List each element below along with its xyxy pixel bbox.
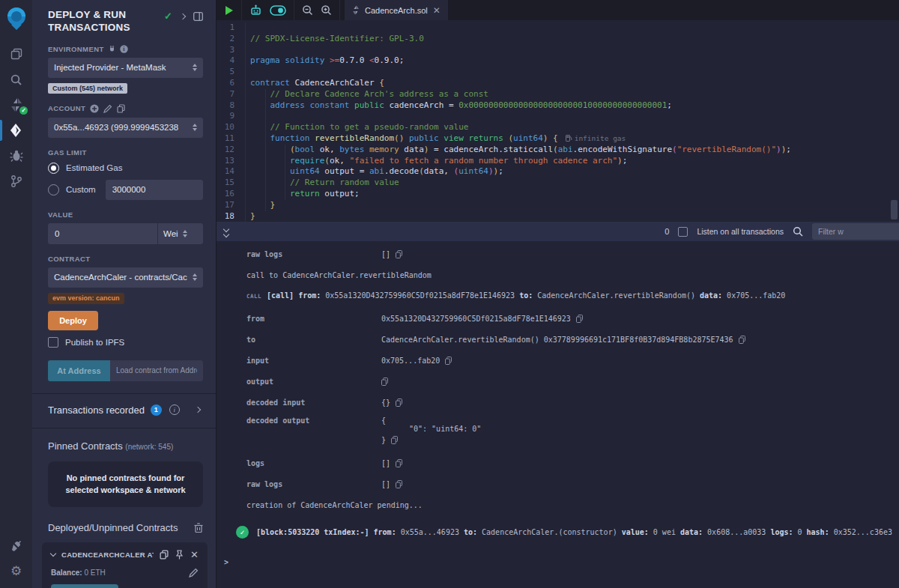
- terminal-output[interactable]: raw logs[] call to CadenceArchCaler.reve…: [217, 241, 899, 588]
- code-line[interactable]: 11 function revertibleRandom() public vi…: [217, 133, 899, 145]
- terminal-filter-input[interactable]: [812, 223, 899, 240]
- info-icon[interactable]: i: [169, 404, 180, 415]
- code-text: }: [245, 211, 255, 222]
- at-address-input[interactable]: [110, 360, 203, 381]
- sidebar-item-debugger[interactable]: [0, 143, 32, 169]
- sidebar-item-file-explorer[interactable]: [0, 41, 32, 67]
- code-line[interactable]: 2// SPDX-License-Identifier: GPL-3.0: [217, 34, 899, 45]
- terminal-collapse-icon[interactable]: [224, 227, 228, 237]
- sidebar-item-settings[interactable]: ⚙: [0, 558, 32, 584]
- trash-icon[interactable]: [194, 523, 203, 533]
- ai-assistant-robot-icon[interactable]: [249, 4, 262, 16]
- value-unit-select[interactable]: Wei: [158, 223, 203, 244]
- custom-gas-option[interactable]: Custom: [48, 180, 203, 200]
- add-account-icon[interactable]: [90, 104, 99, 113]
- code-line[interactable]: 10 // Function to get a pseudo-random va…: [217, 122, 899, 133]
- cadencearch-function-button[interactable]: cadenceArch: [51, 584, 118, 588]
- gas-estimate-annotation: infinite gas: [558, 134, 626, 142]
- zoom-out-icon[interactable]: [302, 4, 313, 16]
- line-number: 4: [217, 55, 245, 67]
- code-line[interactable]: 18}: [217, 211, 899, 222]
- line-number: 5: [217, 67, 245, 78]
- copy-icon[interactable]: [396, 398, 402, 407]
- zoom-in-icon[interactable]: [321, 4, 332, 16]
- code-text: function revertibleRandom() public view …: [245, 133, 626, 145]
- panel-forward-icon[interactable]: [180, 13, 186, 19]
- copy-icon[interactable]: [396, 459, 402, 467]
- copy-icon[interactable]: [576, 315, 583, 323]
- sidebar-item-deploy-run[interactable]: [0, 118, 32, 143]
- deployed-contract-name[interactable]: CADENCEARCHCALER AT 0): [61, 551, 154, 559]
- terminal-message: creation of CadenceArchCaler pending...: [246, 501, 899, 509]
- transactions-count-badge: 1: [151, 404, 162, 416]
- code-text: return output;: [245, 189, 360, 200]
- code-line[interactable]: 14 uint64 output = abi.decode(data, (uin…: [217, 166, 899, 178]
- code-line[interactable]: 9: [217, 111, 899, 122]
- copy-icon[interactable]: [391, 436, 398, 444]
- contract-select[interactable]: CadenceArchCaler - contracts/Cac: [48, 267, 203, 288]
- terminal-value: 0x705...fab20: [381, 357, 452, 365]
- copy-icon[interactable]: [396, 250, 402, 258]
- value-input[interactable]: [48, 223, 158, 244]
- copy-icon[interactable]: [445, 357, 452, 365]
- copy-account-icon[interactable]: [117, 104, 125, 113]
- code-line[interactable]: 5: [217, 67, 899, 78]
- publish-ipfs-option[interactable]: Publish to IPFS: [48, 337, 203, 348]
- sidebar-item-plugin-manager[interactable]: [0, 533, 32, 558]
- code-editor[interactable]: 1 2// SPDX-License-Identifier: GPL-3.03 …: [217, 20, 899, 222]
- code-line[interactable]: 12 (bool ok, bytes memory data) = cadenc…: [217, 145, 899, 156]
- code-text: // Function to get a pseudo-random value: [245, 122, 468, 133]
- account-select[interactable]: 0x55a...46923 (999.9999453238: [48, 118, 203, 138]
- at-address-button[interactable]: At Address: [48, 360, 110, 381]
- copy-icon[interactable]: [396, 480, 402, 488]
- code-line[interactable]: 8 address constant public cadenceArch = …: [217, 100, 899, 112]
- custom-gas-input[interactable]: [106, 180, 203, 200]
- copy-icon[interactable]: [381, 378, 388, 386]
- code-line[interactable]: 6contract CadenceArchCaler {: [217, 78, 899, 89]
- code-line[interactable]: 16 return output;: [217, 189, 899, 200]
- code-text: (bool ok, bytes memory data) = cadenceAr…: [245, 145, 791, 156]
- close-tab-icon[interactable]: ✕: [433, 6, 441, 15]
- code-line[interactable]: 17 }: [217, 200, 899, 211]
- main-area: CadenceArch.sol ✕ 1 2// SPDX-License-Ide…: [217, 0, 899, 588]
- code-line[interactable]: 15 // Return random value: [217, 178, 899, 189]
- code-text: contract CadenceArchCaler {: [245, 78, 384, 89]
- edit-account-icon[interactable]: [103, 104, 112, 113]
- terminal-search-icon[interactable]: [793, 226, 803, 237]
- sidebar-item-git[interactable]: [0, 169, 32, 194]
- code-line[interactable]: 7 // Declare Cadence Arch's address as a…: [217, 89, 899, 100]
- code-line[interactable]: 4pragma solidity >=0.7.0 <0.9.0;: [217, 55, 899, 67]
- line-number: 16: [217, 189, 245, 200]
- deploy-run-icon: [9, 123, 24, 138]
- close-icon[interactable]: ✕: [190, 550, 199, 560]
- copy-icon[interactable]: [160, 550, 169, 560]
- copy-icon[interactable]: [739, 336, 745, 344]
- panel-title: DEPLOY & RUN TRANSACTIONS: [48, 9, 145, 34]
- pin-panel-icon[interactable]: [193, 12, 203, 21]
- estimated-gas-option[interactable]: Estimated Gas: [48, 163, 203, 174]
- environment-select[interactable]: Injected Provider - MetaMask: [48, 58, 203, 78]
- info-icon[interactable]: i: [120, 45, 128, 53]
- sidebar-item-search[interactable]: [0, 67, 32, 92]
- pin-icon[interactable]: [175, 550, 184, 560]
- edit-balance-icon[interactable]: [189, 568, 199, 578]
- code-line[interactable]: 13 require(ok, "failed to fetch a random…: [217, 156, 899, 167]
- code-line[interactable]: 3: [217, 45, 899, 56]
- code-line[interactable]: 1: [217, 22, 899, 34]
- chevron-updown-icon: [193, 271, 197, 283]
- tab-cadencearch-sol[interactable]: CadenceArch.sol ✕: [345, 0, 448, 20]
- run-script-icon[interactable]: [224, 5, 234, 16]
- listen-checkbox[interactable]: [678, 227, 688, 237]
- editor-scrollbar[interactable]: [891, 200, 898, 219]
- terminal-toolbar: 0 Listen on all transactions: [217, 222, 899, 241]
- chevron-down-icon[interactable]: [50, 551, 56, 557]
- transactions-recorded-row[interactable]: Transactions recorded 1 i: [48, 404, 203, 416]
- chevron-right-icon[interactable]: [195, 407, 201, 413]
- remix-logo-icon[interactable]: [4, 5, 29, 31]
- solidity-file-icon: [352, 5, 360, 15]
- deploy-button[interactable]: Deploy: [48, 311, 98, 330]
- terminal-prompt[interactable]: >: [224, 558, 899, 566]
- toggle-on-icon[interactable]: [270, 5, 286, 16]
- sidebar-item-solidity-compiler[interactable]: ✓: [0, 92, 32, 118]
- plug-small-icon[interactable]: [109, 45, 115, 52]
